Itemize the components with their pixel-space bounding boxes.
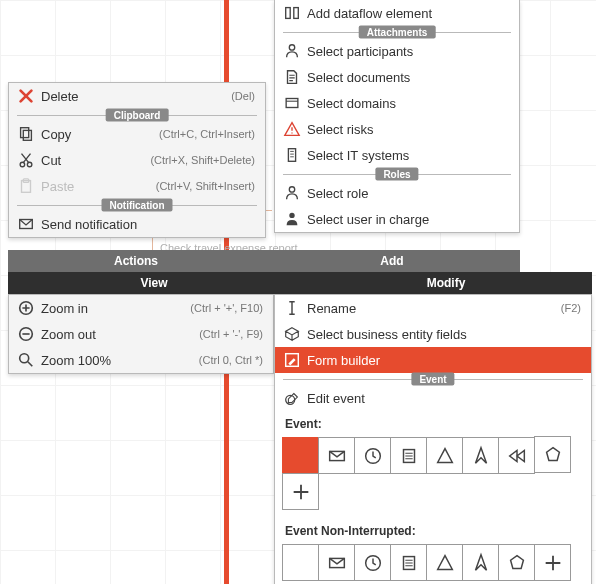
menu-zoom-in-shortcut: (Ctrl + '+', F10) [190, 302, 263, 314]
svg-rect-11 [288, 149, 295, 162]
tab-view[interactable]: View [8, 272, 300, 294]
separator-clipboard: Clipboard [9, 109, 265, 121]
tab-modify[interactable]: Modify [300, 272, 592, 294]
document-icon [281, 68, 303, 86]
zoom-out-icon [15, 325, 37, 343]
menu-select-role-label: Select role [307, 186, 509, 201]
menu-delete-label: Delete [41, 89, 217, 104]
separator-roles: Roles [275, 168, 519, 180]
menu-edit-event-label: Edit event [307, 391, 581, 406]
edit-event-icon [281, 389, 303, 407]
menu-delete-shortcut: (Del) [231, 90, 255, 102]
event-type-parallel[interactable] [282, 473, 319, 510]
menu-add-dataflow-label: Add dataflow element [307, 6, 509, 21]
menu-paste-shortcut: (Ctrl+V, Shift+Insert) [156, 180, 255, 192]
menu-select-domains-label: Select domains [307, 96, 509, 111]
menu-zoom-in[interactable]: Zoom in (Ctrl + '+', F10) [9, 295, 273, 321]
menu-select-risks-label: Select risks [307, 122, 509, 137]
menu-cut-shortcut: (Ctrl+X, Shift+Delete) [150, 154, 255, 166]
event-ni-escalation[interactable] [462, 544, 499, 581]
menu-zoom-100-shortcut: (Ctrl 0, Ctrl *) [199, 354, 263, 366]
menu-rename-label: Rename [307, 301, 547, 316]
paste-icon [15, 177, 37, 195]
svg-point-13 [289, 213, 294, 218]
cut-icon [15, 151, 37, 169]
menu-business-entity-fields[interactable]: Select business entity fields [275, 321, 591, 347]
menu-delete[interactable]: Delete (Del) [9, 83, 265, 109]
menu-send-notification-label: Send notification [41, 217, 255, 232]
risk-icon [281, 120, 303, 138]
event-section-label: Event: [275, 411, 591, 433]
tab-add[interactable]: Add [264, 250, 520, 272]
svg-rect-0 [21, 128, 29, 138]
menu-add-dataflow[interactable]: Add dataflow element [275, 0, 519, 26]
event-type-conditional[interactable] [390, 437, 427, 474]
menu-copy-label: Copy [41, 127, 145, 142]
menu-copy[interactable]: Copy (Ctrl+C, Ctrl+Insert) [9, 121, 265, 147]
text-cursor-icon [281, 299, 303, 317]
menu-send-notification[interactable]: Send notification [9, 211, 265, 237]
separator-attachments: Attachments [275, 26, 519, 38]
menu-rename[interactable]: Rename (F2) [275, 295, 591, 321]
panel-actions: Delete (Del) Clipboard Copy (Ctrl+C, Ctr… [8, 82, 266, 238]
event-ni-multiple[interactable] [498, 544, 535, 581]
event-ni-none[interactable] [282, 544, 319, 581]
separator-event: Event [275, 373, 591, 385]
event-ni-timer[interactable] [354, 544, 391, 581]
user-in-charge-icon [281, 210, 303, 228]
role-icon [281, 184, 303, 202]
menu-zoom-in-label: Zoom in [41, 301, 176, 316]
menu-business-entity-label: Select business entity fields [307, 327, 581, 342]
menu-select-documents[interactable]: Select documents [275, 64, 519, 90]
menu-form-builder[interactable]: Form builder [275, 347, 591, 373]
event-type-none[interactable] [282, 437, 319, 474]
menu-select-domains[interactable]: Select domains [275, 90, 519, 116]
person-icon [281, 42, 303, 60]
menu-select-role[interactable]: Select role [275, 180, 519, 206]
event-ni-parallel[interactable] [534, 544, 571, 581]
event-type-multiple[interactable] [534, 436, 571, 473]
svg-rect-8 [294, 8, 299, 19]
domain-icon [281, 94, 303, 112]
event-ni-conditional[interactable] [390, 544, 427, 581]
menu-select-user-in-charge-label: Select user in charge [307, 212, 509, 227]
event-ni-message[interactable] [318, 544, 355, 581]
menu-cut[interactable]: Cut (Ctrl+X, Shift+Delete) [9, 147, 265, 173]
svg-rect-10 [286, 99, 298, 108]
form-builder-icon [281, 351, 303, 369]
event-type-timer[interactable] [354, 437, 391, 474]
menu-paste: Paste (Ctrl+V, Shift+Insert) [9, 173, 265, 199]
menu-form-builder-label: Form builder [307, 353, 581, 368]
delete-icon [15, 87, 37, 105]
menu-zoom-100[interactable]: Zoom 100% (Ctrl 0, Ctrl *) [9, 347, 273, 373]
separator-notification: Notification [9, 199, 265, 211]
event-ni-signal[interactable] [426, 544, 463, 581]
zoom-in-icon [15, 299, 37, 317]
svg-rect-7 [286, 8, 291, 19]
zoom-100-icon [15, 351, 37, 369]
cube-icon [281, 325, 303, 343]
menu-select-documents-label: Select documents [307, 70, 509, 85]
panel-view: Zoom in (Ctrl + '+', F10) Zoom out (Ctrl… [8, 294, 274, 374]
menu-zoom-out[interactable]: Zoom out (Ctrl + '-', F9) [9, 321, 273, 347]
menu-rename-shortcut: (F2) [561, 302, 581, 314]
event-noninterrupted-label: Event Non-Interrupted: [275, 518, 591, 540]
menu-select-user-in-charge[interactable]: Select user in charge [275, 206, 519, 232]
menu-edit-event[interactable]: Edit event [275, 385, 591, 411]
svg-point-9 [289, 45, 294, 50]
event-type-escalation[interactable] [462, 437, 499, 474]
menu-zoom-out-shortcut: (Ctrl + '-', F9) [199, 328, 263, 340]
event-type-message[interactable] [318, 437, 355, 474]
menu-select-participants[interactable]: Select participants [275, 38, 519, 64]
menu-paste-label: Paste [41, 179, 142, 194]
menu-select-it-systems[interactable]: Select IT systems [275, 142, 519, 168]
event-type-signal[interactable] [426, 437, 463, 474]
server-icon [281, 146, 303, 164]
menu-select-risks[interactable]: Select risks [275, 116, 519, 142]
event-icon-strip [275, 433, 591, 518]
svg-rect-1 [23, 130, 31, 140]
event-type-compensation[interactable] [498, 437, 535, 474]
tab-actions[interactable]: Actions [8, 250, 264, 272]
menu-zoom-100-label: Zoom 100% [41, 353, 185, 368]
svg-point-16 [20, 354, 29, 363]
